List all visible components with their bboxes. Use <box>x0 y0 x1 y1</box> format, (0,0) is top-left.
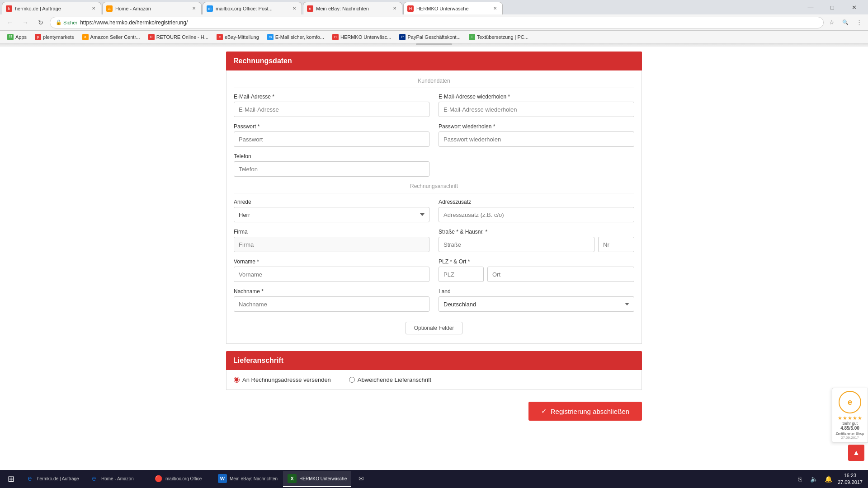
email-confirm-input[interactable] <box>439 102 634 117</box>
vorname-input[interactable] <box>234 267 429 282</box>
password-confirm-input[interactable] <box>439 131 634 147</box>
ort-input[interactable] <box>487 267 634 282</box>
tab-mailbox[interactable]: m mailbox.org Office: Post... ✕ <box>203 2 302 14</box>
trusted-circle: e <box>839 391 861 413</box>
retoure-favicon: R <box>148 34 155 40</box>
taskbar-app-chrome[interactable]: 🔴 mailbox.org Office <box>149 471 212 487</box>
menu-icon[interactable]: ⋮ <box>854 17 864 28</box>
hausnr-input[interactable] <box>598 237 634 252</box>
system-clock[interactable]: 16:23 27.09.2017 <box>838 472 863 486</box>
back-button[interactable]: ← <box>4 16 16 29</box>
adresszusatz-input[interactable] <box>439 207 634 222</box>
plz-label: PLZ * & Ort * <box>439 258 634 265</box>
bookmark-plentymarkets[interactable]: p plentymarkets <box>31 32 77 42</box>
text-favicon: T <box>469 34 475 40</box>
land-select[interactable]: Deutschland Österreich Schweiz <box>439 296 634 312</box>
scroll-indicator <box>416 43 452 45</box>
firma-group: Firma <box>234 229 429 252</box>
email-row: E-Mail-Adresse * E-Mail-Adresse wiederho… <box>234 94 634 117</box>
tab-close-4[interactable]: ✕ <box>391 5 398 12</box>
taskbar-app-mail[interactable]: ✉ <box>352 471 415 487</box>
tab-hermko-active[interactable]: H HERMKO Unterwäsche ✕ <box>403 2 503 14</box>
bookmark-apps[interactable]: ☷ Apps <box>4 32 30 42</box>
email-confirm-label: E-Mail-Adresse wiederholen * <box>439 94 634 100</box>
land-label: Land <box>439 288 634 295</box>
plz-input[interactable] <box>439 267 484 282</box>
trusted-date: 27.09.2017 <box>835 436 865 440</box>
reload-button[interactable]: ↻ <box>34 16 47 29</box>
bookmark-text-label: Textübersetzung | PC... <box>477 34 528 40</box>
radio-same-address[interactable]: An Rechnungsadresse versenden <box>234 376 331 383</box>
optional-btn-row: Optionale Felder <box>234 318 634 336</box>
plz-ort-group: PLZ * & Ort * <box>439 258 634 282</box>
apps-favicon: ☷ <box>7 34 14 40</box>
radio-different-input[interactable] <box>349 377 355 383</box>
bookmark-hermko-label: HERMKO Unterwäsc... <box>340 34 391 40</box>
taskbar-app-ie[interactable]: e hermko.de | Aufträge <box>21 471 84 487</box>
trusted-stars: ★★★★★ <box>835 415 865 421</box>
radio-different-address[interactable]: Abweichende Lieferanschrift <box>349 376 431 383</box>
close-button[interactable]: ✕ <box>844 0 864 14</box>
tab-close-2[interactable]: ✕ <box>190 5 198 12</box>
trusted-shop-badge[interactable]: e ★★★★★ Sehr gut 4.85/5.00 Zertifizierte… <box>832 388 868 443</box>
tab-amazon[interactable]: a Home - Amazon ✕ <box>102 2 202 14</box>
email-input[interactable] <box>234 102 429 117</box>
address-input[interactable]: 🔒 Sicher https://www.hermko.de/hermko/re… <box>50 17 824 28</box>
zoom-icon[interactable]: 🔍 <box>840 17 851 28</box>
firma-input[interactable] <box>234 237 429 252</box>
bookmark-star-icon[interactable]: ☆ <box>826 17 837 28</box>
bookmark-email[interactable]: m E-Mail sicher, komfo... <box>264 32 328 42</box>
edge-icon: e <box>90 474 99 483</box>
tab-hermko-auftraege[interactable]: h hermko.de | Aufträge ✕ <box>2 2 101 14</box>
bookmark-hermko[interactable]: H HERMKO Unterwäsc... <box>329 32 395 42</box>
start-button[interactable]: ⊞ <box>2 471 20 487</box>
email-confirm-group: E-Mail-Adresse wiederholen * <box>439 94 634 117</box>
bookmark-text[interactable]: T Textübersetzung | PC... <box>465 32 532 42</box>
notification-icon[interactable]: 🔔 <box>823 471 834 487</box>
taskbar-app-word-label: Mein eBay: Nachrichten <box>230 476 278 481</box>
phone-input[interactable] <box>234 161 429 177</box>
hermko-favicon: H <box>332 34 339 40</box>
optional-fields-button[interactable]: Optionale Felder <box>406 322 463 334</box>
maximize-button[interactable]: □ <box>822 0 843 14</box>
tab-ebay[interactable]: e Mein eBay: Nachrichten ✕ <box>303 2 402 14</box>
submit-button[interactable]: ✓ Registrierung abschließen <box>528 402 642 421</box>
strasse-input[interactable] <box>439 237 594 252</box>
password-input[interactable] <box>234 131 429 147</box>
radio-same-input[interactable] <box>234 377 240 383</box>
taskbar-app-excel[interactable]: X HERMKO Unterwäsche <box>283 471 351 487</box>
lieferanschrift-title: Lieferanschrift <box>233 357 283 364</box>
bookmark-paypal[interactable]: P PayPal Geschäftskont... <box>396 32 464 42</box>
anrede-select[interactable]: Herr Frau <box>234 207 429 222</box>
form-container: Rechnungsdaten Kundendaten E-Mail-Adress… <box>217 47 651 434</box>
bookmark-ebay[interactable]: e eBay-Mitteilung <box>213 32 263 42</box>
submit-label: Registrierung abschließen <box>551 408 629 415</box>
minimize-button[interactable]: — <box>800 0 821 14</box>
page-scroll[interactable]: Rechnungsdaten Kundendaten E-Mail-Adress… <box>0 43 868 470</box>
taskbar-app-edge[interactable]: e Home - Amazon <box>85 471 148 487</box>
tab-close-3[interactable]: ✕ <box>291 5 298 12</box>
rechnungsdaten-body: Kundendaten E-Mail-Adresse * E-Mail-Adre… <box>226 70 642 344</box>
scroll-up-button[interactable]: ▲ <box>848 445 864 461</box>
network-icon[interactable]: ⎘ <box>794 471 805 487</box>
plz-ort-wrapper <box>439 267 634 282</box>
bookmark-amazon[interactable]: a Amazon Seller Centr... <box>79 32 144 42</box>
password-group: Passwort * <box>234 123 429 147</box>
tab-close-5[interactable]: ✕ <box>491 5 499 12</box>
volume-icon[interactable]: 🔈 <box>809 471 820 487</box>
rechnungsanschrift-label: Rechnungsanschrift <box>234 183 634 193</box>
bookmark-retoure[interactable]: R RETOURE Online - H... <box>145 32 212 42</box>
plentymarkets-favicon: p <box>35 34 41 40</box>
page-content: Rechnungsdaten Kundendaten E-Mail-Adress… <box>0 43 868 470</box>
secure-badge: 🔒 Sicher <box>56 19 77 25</box>
nachname-group: Nachname * <box>234 288 429 312</box>
taskbar-app-word[interactable]: W Mein eBay: Nachrichten <box>213 471 282 487</box>
ie-icon: e <box>25 474 34 483</box>
kundendaten-label: Kundendaten <box>234 78 634 88</box>
bookmark-plentymarkets-label: plentymarkets <box>43 34 74 40</box>
tab-close-1[interactable]: ✕ <box>90 5 97 12</box>
forward-button[interactable]: → <box>19 16 32 29</box>
chrome-icon: 🔴 <box>154 474 163 483</box>
nachname-input[interactable] <box>234 296 429 312</box>
paypal-favicon: P <box>399 34 406 40</box>
